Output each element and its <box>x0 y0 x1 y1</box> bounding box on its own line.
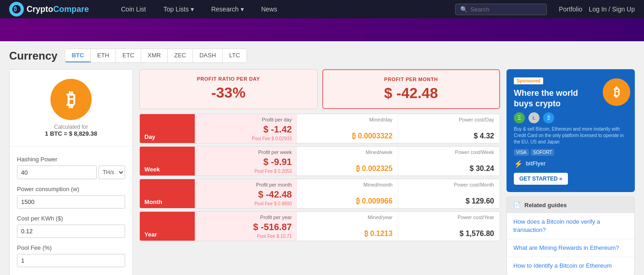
profit-ratio-value: -33% <box>148 84 309 101</box>
sponsored-tag: Sponsored <box>514 77 543 84</box>
row-power-value: $ 30.24 <box>404 165 494 173</box>
row-period: Year <box>144 231 157 238</box>
nav-top-lists[interactable]: Top Lists ▾ <box>157 6 200 13</box>
brand-logo-area[interactable]: ₿ CryptoCompare <box>9 2 101 16</box>
brand-icon: ₿ <box>9 2 24 16</box>
search-icon: 🔍 <box>460 6 468 13</box>
hashing-unit-select[interactable]: TH/s GH/s MH/s <box>99 165 125 179</box>
tab-eth[interactable]: ETH <box>91 49 116 62</box>
chevron-down-icon: ▾ <box>191 6 194 13</box>
pool-fee-row <box>17 254 125 267</box>
row-power-col: Power cost/Month $ 129.60 <box>398 179 500 208</box>
row-profit-col: Profit per month $ -42.48 Pool Fee $ 0.8… <box>195 179 297 208</box>
ad-card: Sponsored ₿ Where the world buys crypto … <box>506 69 635 192</box>
row-pool-fee: Pool Fee $ 10.71 <box>199 234 292 239</box>
row-period-cell: Week <box>140 147 195 176</box>
row-period: Week <box>144 166 160 173</box>
power-consumption-input[interactable] <box>17 195 125 209</box>
guides-list: How does a Bitcoin node verify a transac… <box>507 213 634 275</box>
hashing-power-row: TH/s GH/s MH/s <box>17 165 125 179</box>
power-consumption-label: Power consumption (w) <box>17 186 125 192</box>
cost-per-kwh-input[interactable] <box>17 225 125 238</box>
guide-item[interactable]: What are Mining Rewards in Ethereum? <box>507 239 634 257</box>
pool-fee-input[interactable] <box>17 254 125 267</box>
page-header: Currency BTCETHETCXMRZECDASHLTC <box>9 49 635 63</box>
row-mined-col: Mined/day ₿ 0.0003322 <box>297 114 398 143</box>
tab-dash[interactable]: DASH <box>193 49 223 62</box>
btc-icon: ₿ <box>50 79 92 120</box>
right-panel: Sponsored ₿ Where the world buys crypto … <box>506 69 635 275</box>
row-pool-fee: Pool Fee $ 0.2053 <box>199 169 292 174</box>
chevron-down-icon: ▾ <box>241 6 244 13</box>
brand-text: CryptoCompare <box>27 5 89 14</box>
visa-logo: VISA <box>514 149 529 156</box>
btc2-icon: ₿ <box>543 112 554 123</box>
row-power-value: $ 1,576.80 <box>404 230 494 238</box>
row-mined-value: ₿ 0.1213 <box>303 230 393 238</box>
main-content: Currency BTCETHETCXMRZECDASHLTC ₿ Calcul… <box>0 41 644 275</box>
profit-cards: PROFIT RATIO PER DAY -33% PROFIT PER MON… <box>139 69 500 109</box>
table-row: Day Profit per day $ -1.42 Pool Fee $ 0.… <box>139 114 500 143</box>
table-row: Week Profit per week $ -9.91 Pool Fee $ … <box>139 146 500 176</box>
row-mined-value: ₿ 0.0003322 <box>303 132 393 140</box>
row-profit-label: Profit per month <box>199 182 292 187</box>
row-mined-value: ₿ 0.002325 <box>303 165 393 173</box>
navbar: ₿ CryptoCompare Coin List Top Lists ▾ Re… <box>0 0 644 18</box>
row-period: Month <box>144 198 162 205</box>
row-power-label: Power cost/Day <box>404 117 494 122</box>
banner <box>0 18 644 41</box>
row-profit-label: Profit per day <box>199 117 292 122</box>
bitflyer-icon: ⚡ <box>514 160 523 168</box>
profit-ratio-card: PROFIT RATIO PER DAY -33% <box>139 69 318 109</box>
eth-icon: Ξ <box>514 112 525 123</box>
nav-coin-list[interactable]: Coin List <box>115 6 152 13</box>
nav-news[interactable]: News <box>255 6 284 13</box>
guide-item[interactable]: How to Identify a Bitcoin or Ethereum <box>507 257 634 275</box>
ltc-icon: Ł <box>528 112 539 123</box>
profit-month-card: PROFIT PER MONTH $ -42.48 <box>322 69 501 109</box>
row-pool-fee: Pool Fee $ 0.02933 <box>199 136 292 141</box>
ad-bitflyer: ⚡ bitFlyer <box>514 160 627 168</box>
tab-xmr[interactable]: XMR <box>141 49 168 62</box>
row-profit-value: $ -516.87 <box>199 222 292 232</box>
row-mined-label: Mined/week <box>303 149 393 155</box>
tab-etc[interactable]: ETC <box>116 49 141 62</box>
portfolio-link[interactable]: Portfolio <box>559 6 582 13</box>
row-mined-value: ₿ 0.009966 <box>303 197 393 205</box>
row-power-value: $ 129.60 <box>404 197 494 205</box>
data-rows: Day Profit per day $ -1.42 Pool Fee $ 0.… <box>139 114 500 241</box>
row-profit-label: Profit per year <box>199 214 292 220</box>
hashing-power-label: Hashing Power <box>17 156 125 163</box>
row-mined-col: Mined/year ₿ 0.1213 <box>297 212 398 241</box>
ad-btc-icon: ₿ <box>603 78 630 106</box>
tab-ltc[interactable]: LTC <box>223 49 247 62</box>
profit-month-value: $ -42.48 <box>331 85 491 102</box>
ad-cta-button[interactable]: GET STARTED » <box>514 173 568 185</box>
ad-subtext: Buy & sell Bitcoin, Ethereum and more in… <box>514 126 627 145</box>
guide-item[interactable]: How does a Bitcoin node verify a transac… <box>507 213 634 239</box>
hashing-power-input[interactable] <box>17 165 97 179</box>
bitflyer-brand: bitFlyer <box>526 160 545 167</box>
calc-value: 1 BTC = $ 8,829.38 <box>17 130 125 137</box>
page-title: Currency <box>9 50 57 62</box>
tab-zec[interactable]: ZEC <box>168 49 193 62</box>
coin-icon-area: ₿ Calculated for 1 BTC = $ 8,829.38 <box>10 70 132 142</box>
row-pool-fee: Pool Fee $ 0.8800 <box>199 201 292 206</box>
login-link[interactable]: Log In / Sign Up <box>589 6 635 13</box>
ad-headline: Where the world buys crypto <box>514 88 578 110</box>
table-row: Month Profit per month $ -42.48 Pool Fee… <box>139 179 500 209</box>
row-power-label: Power cost/Month <box>404 182 494 187</box>
row-power-value: $ 4.32 <box>404 132 494 140</box>
row-profit-label: Profit per week <box>199 149 292 155</box>
middle-panel: PROFIT RATIO PER DAY -33% PROFIT PER MON… <box>139 69 500 275</box>
guides-card: 📄 Related guides How does a Bitcoin node… <box>506 197 635 275</box>
ad-logos: VISA SOFORT <box>514 149 627 156</box>
row-power-label: Power cost/Year <box>404 214 494 220</box>
row-period-cell: Year <box>140 212 195 241</box>
row-profit-col: Profit per year $ -516.87 Pool Fee $ 10.… <box>195 212 297 241</box>
tab-btc[interactable]: BTC <box>65 49 91 62</box>
calc-for-label: Calculated for <box>17 124 125 130</box>
search-box[interactable]: 🔍 <box>455 4 547 15</box>
nav-research[interactable]: Research ▾ <box>205 6 250 13</box>
search-input[interactable] <box>470 6 542 13</box>
